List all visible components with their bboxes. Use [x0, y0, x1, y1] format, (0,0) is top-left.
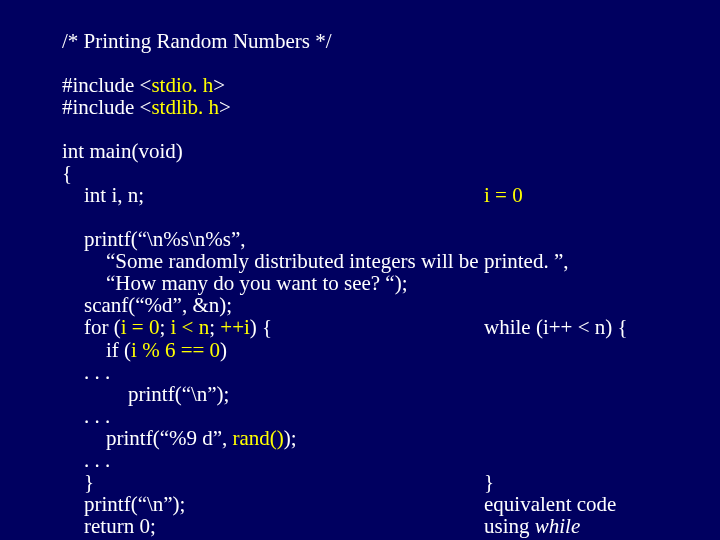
annotation-dots: . . .: [62, 449, 304, 471]
text: for (: [84, 315, 121, 339]
text: using: [484, 514, 535, 538]
decl-vars: int i, n;: [62, 184, 484, 206]
rand-call: rand(): [233, 426, 284, 450]
text: #include <: [62, 95, 151, 119]
if-cond: i % 6 == 0: [131, 338, 220, 362]
text: ): [220, 338, 227, 362]
text: if (: [106, 338, 131, 362]
header-name: stdlib. h: [151, 95, 219, 119]
text: ;: [209, 315, 220, 339]
annotation-equiv-2: using while: [484, 515, 704, 537]
for-inc: ++i: [220, 315, 250, 339]
include-line-1: #include <stdio. h>: [62, 74, 720, 96]
annotation-i0: i = 0: [484, 184, 704, 206]
return-line: return 0;: [62, 515, 484, 537]
for-init: i = 0: [121, 315, 160, 339]
annotation-close: }: [484, 471, 704, 493]
blank: [62, 206, 720, 228]
blank: [62, 52, 720, 74]
annotation-dots: . . .: [62, 361, 304, 383]
annotation-dots: . . .: [62, 405, 304, 427]
text: >: [213, 73, 225, 97]
printf-arg-1: “Some randomly distributed integers will…: [62, 250, 720, 272]
text: );: [284, 426, 297, 450]
printf-final: printf(“\n”);: [62, 493, 484, 515]
main-decl: int main(void): [62, 140, 720, 162]
for-cond: i < n: [171, 315, 210, 339]
header-name: stdio. h: [151, 73, 213, 97]
open-brace: {: [62, 162, 720, 184]
text: ;: [159, 315, 170, 339]
printf-rand: printf(“%9 d”, rand());: [62, 427, 506, 449]
close-for: }: [62, 471, 484, 493]
for-line: for (i = 0; i < n; ++i) {: [62, 316, 484, 338]
printf-arg-2: “How many do you want to see? “);: [62, 272, 720, 294]
if-line: if (i % 6 == 0): [62, 339, 506, 361]
include-line-2: #include <stdlib. h>: [62, 96, 720, 118]
annotation-while: while (i++ < n) {: [484, 316, 704, 338]
text: #include <: [62, 73, 151, 97]
code-slide: /* Printing Random Numbers */ #include <…: [0, 0, 720, 540]
blank: [62, 118, 720, 140]
printf-line-1: printf(“\n%s\n%s”,: [62, 228, 720, 250]
comment-line: /* Printing Random Numbers */: [62, 30, 720, 52]
scanf-line: scanf(“%d”, &n);: [62, 294, 720, 316]
annotation-equiv-1: equivalent code: [484, 493, 704, 515]
text: >: [219, 95, 231, 119]
text: ) {: [250, 315, 272, 339]
text: printf(“%9 d”,: [106, 426, 233, 450]
while-italic: while: [535, 514, 581, 538]
printf-nl: printf(“\n”);: [62, 383, 528, 405]
